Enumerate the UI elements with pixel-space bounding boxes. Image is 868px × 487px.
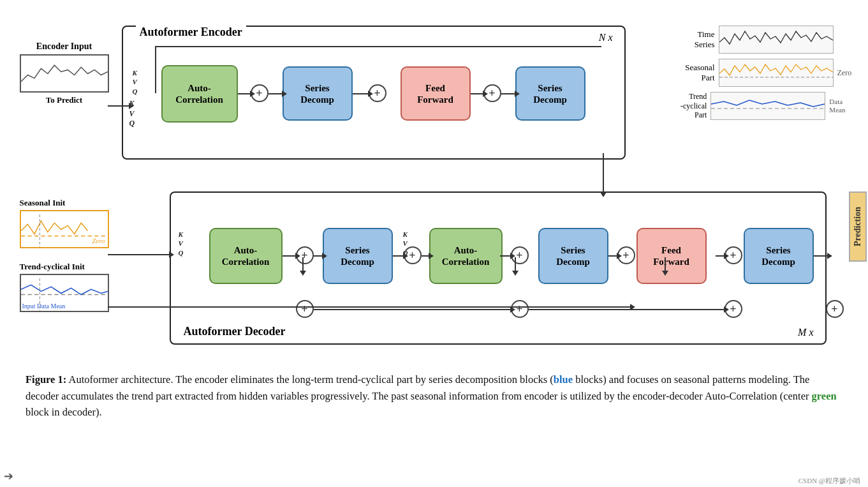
seasonal-waveform: Zero — [20, 210, 109, 248]
encoder-autocorr-block: Auto- Correlation — [161, 65, 238, 123]
dec-arr3 — [393, 255, 404, 257]
enc-to-dec-arrow — [603, 153, 604, 193]
decoder-autocorr1-block: Auto- Correlation — [209, 228, 283, 284]
encoder-seriesdecomp1-label: Series Decomp — [300, 82, 334, 105]
encoder-box: Autoformer Encoder N x Auto- Correlation… — [122, 26, 626, 160]
seasonal-to-dec-arrow — [108, 254, 170, 255]
decoder-title: Autoformer Decoder — [184, 325, 286, 338]
diagram-area: Autoformer Encoder N x Auto- Correlation… — [13, 6, 855, 364]
enc-skip-left — [155, 46, 156, 93]
trend-part-row: Trend -cyclical Part Data Mean — [670, 92, 855, 120]
seasonal-part-row: Seasonal Part Zero — [670, 59, 855, 87]
decoder-box: Autoformer Decoder M x Auto- Correlation… — [170, 191, 827, 345]
encoder-seriesdecomp2-block: Series Decomp — [515, 66, 585, 121]
caption-green-word: green — [812, 390, 837, 402]
encoder-nx: N x — [599, 32, 613, 43]
trend-init-area: Trend-cyclical Init Input Data Mean — [20, 262, 109, 312]
decoder-feedforward-label: Feed Forward — [653, 244, 689, 267]
decoder-seriesdecomp2-label: Series Decomp — [556, 244, 590, 267]
decoder-feedforward-block: Feed Forward — [636, 228, 707, 284]
charts-area: Time Series Seasonal Part Zero — [670, 26, 855, 125]
dec-seriesdecomp1-down — [302, 257, 304, 271]
final-plus: + — [826, 300, 844, 318]
encoder-feedforward-label: Feed Forward — [417, 82, 453, 105]
dec-arr4 — [422, 255, 429, 257]
seasonal-init-label: Seasonal Init — [20, 198, 109, 208]
time-series-chart — [719, 26, 834, 54]
decoder-autocorr2-block: Auto- Correlation — [429, 228, 503, 284]
trend-waveform: Input Data Mean — [20, 274, 109, 312]
dec-arr8 — [814, 255, 828, 257]
dec-seriesdecomp3-down — [665, 257, 666, 271]
caption-area: Figure 1: Autoformer architecture. The e… — [13, 371, 855, 421]
dec-arr1 — [283, 255, 296, 257]
decoder-mx: M x — [798, 327, 813, 338]
trend-to-dec-arrow — [108, 306, 631, 308]
trend-part-label: Trend -cyclical Part — [670, 92, 707, 119]
enc-skip-top — [155, 46, 601, 47]
dec-trend-line2 — [529, 309, 725, 310]
arrow-icon: ➔ — [4, 469, 13, 483]
seasonal-part-chart — [719, 59, 834, 87]
input-data-mean-label: Input Data Mean — [22, 303, 66, 310]
decoder-seriesdecomp3-block: Series Decomp — [744, 228, 814, 284]
enc-arrow3 — [353, 93, 369, 94]
encoder-input-waveform — [20, 54, 109, 93]
decoder-seriesdecomp1-block: Series Decomp — [323, 228, 393, 284]
dec-seriesdecomp2-down — [515, 257, 516, 271]
decoder-autocorr2-label: Auto- Correlation — [442, 244, 490, 267]
seasonal-part-label: Seasonal Part — [670, 63, 715, 82]
caption-paragraph: Figure 1: Autoformer architecture. The e… — [26, 371, 842, 421]
to-predict-label: To Predict — [20, 95, 109, 105]
encoder-feedforward-block: Feed Forward — [401, 66, 471, 121]
dec-trend-plus1: + — [296, 300, 314, 318]
caption-blue-word: blue — [554, 373, 573, 386]
encoder-title: Autoformer Encoder — [136, 26, 246, 39]
encoder-autocorr-label: Auto- Correlation — [175, 82, 223, 105]
encoder-seriesdecomp2-label: Series Decomp — [533, 82, 567, 105]
zero-label: Zero — [92, 237, 105, 244]
dec-arr7 — [716, 255, 725, 257]
enc-arrow5 — [501, 93, 515, 94]
decoder-seriesdecomp2-block: Series Decomp — [538, 228, 608, 284]
time-series-row: Time Series — [670, 26, 855, 54]
enc-arrow1 — [238, 93, 251, 94]
decoder-seriesdecomp3-label: Series Decomp — [761, 244, 795, 267]
figure-num: Figure 1: — [26, 373, 66, 386]
dec-arr2 — [314, 255, 323, 257]
trend-part-chart — [710, 92, 825, 120]
enc-kvq-label: KVQ — [133, 68, 138, 96]
time-series-label: Time Series — [670, 29, 715, 49]
seasonal-init-area: Seasonal Init Zero — [20, 198, 109, 248]
mean-annotation: Data Mean — [829, 98, 855, 114]
dec-arr5 — [500, 255, 511, 257]
decoder-autocorr1-label: Auto- Correlation — [222, 244, 270, 267]
prediction-label: Prediction — [849, 191, 867, 262]
enc-input-arrow — [108, 105, 129, 107]
encoder-input-label: Encoder Input — [20, 41, 109, 52]
dec-arr6 — [608, 255, 617, 257]
dec-trend-line1 — [314, 309, 511, 310]
caption-text1: Autoformer architecture. The encoder eli… — [69, 373, 554, 386]
encoder-input-area: Encoder Input To Predict — [20, 41, 109, 105]
decoder-seriesdecomp1-label: Series Decomp — [341, 244, 374, 267]
caption-text3: block in decoder). — [26, 406, 102, 418]
trend-init-label: Trend-cyclical Init — [20, 262, 109, 272]
watermark: CSDN @程序媛小哨 — [798, 476, 860, 486]
enc-arrow2 — [268, 93, 283, 94]
page-container: Autoformer Encoder N x Auto- Correlation… — [0, 0, 868, 427]
encoder-seriesdecomp1-block: Series Decomp — [283, 66, 353, 121]
enc-arrow4 — [471, 93, 483, 94]
zero-annotation: Zero — [837, 68, 852, 78]
dec-kvq1-label: KVQ — [179, 230, 184, 257]
